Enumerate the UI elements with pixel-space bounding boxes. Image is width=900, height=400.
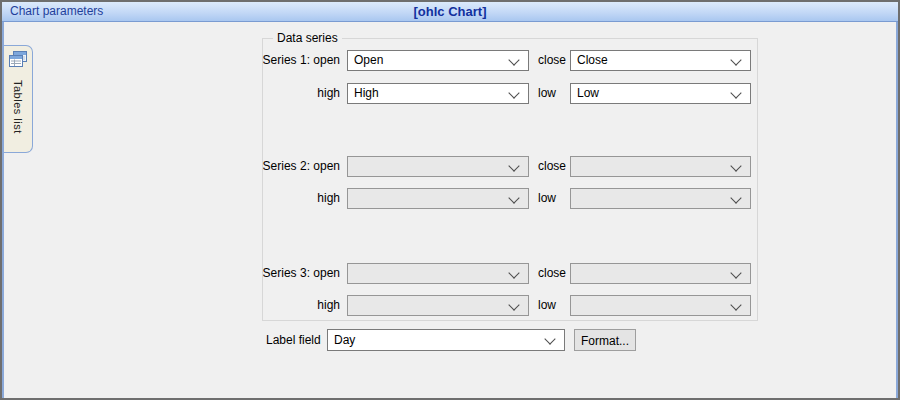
chart-type-title: [ohlc Chart] [2, 2, 898, 21]
sidebar-tab-label: Tables list [12, 80, 24, 134]
title-bar: Chart parameters [ohlc Chart] [2, 2, 898, 22]
chevron-down-icon [508, 160, 519, 171]
series-3-low-select[interactable] [570, 295, 751, 316]
chevron-down-icon [508, 192, 519, 203]
series-1-open-select[interactable]: Open [347, 50, 529, 71]
chevron-down-icon [508, 299, 519, 310]
chevron-down-icon [508, 267, 519, 278]
combo-value [577, 189, 724, 208]
chevron-down-icon [508, 54, 519, 65]
series-3-open-label: Series 3: open [262, 263, 340, 284]
combo-value [354, 264, 502, 283]
combo-value [354, 189, 502, 208]
series-2-low-select[interactable] [570, 188, 751, 209]
series-1-low-select[interactable]: Low [570, 83, 751, 104]
combo-value: Day [334, 330, 538, 350]
chart-parameters-window: Chart parameters [ohlc Chart] Tables lis… [0, 0, 900, 400]
combo-value [577, 157, 724, 176]
combo-value [577, 264, 724, 283]
combo-value: High [354, 84, 502, 103]
combo-value [354, 157, 502, 176]
combo-value: Open [354, 51, 502, 70]
chevron-down-icon [730, 160, 741, 171]
groupbox-label: Data series [273, 31, 342, 45]
series-2-open-label: Series 2: open [262, 156, 340, 177]
series-2-close-label: close [538, 156, 566, 177]
series-3-close-select[interactable] [570, 263, 751, 284]
series-1-low-label: low [538, 83, 556, 104]
combo-value: Low [577, 84, 724, 103]
series-1-close-select[interactable]: Close [570, 50, 751, 71]
chevron-down-icon [730, 54, 741, 65]
series-2-high-label: high [262, 188, 340, 209]
sidebar-tab-tables-list[interactable]: Tables list [4, 45, 33, 153]
chevron-down-icon [730, 299, 741, 310]
chevron-down-icon [730, 87, 741, 98]
tables-icon [9, 51, 27, 72]
series-1-high-select[interactable]: High [347, 83, 529, 104]
chevron-down-icon [730, 192, 741, 203]
chevron-down-icon [730, 267, 741, 278]
series-1-open-label: Series 1: open [262, 50, 340, 71]
series-3-open-select[interactable] [347, 263, 529, 284]
format-button[interactable]: Format... [574, 329, 636, 351]
chevron-down-icon [544, 333, 555, 344]
label-field-select[interactable]: Day [327, 329, 565, 351]
series-3-low-label: low [538, 295, 556, 316]
series-2-high-select[interactable] [347, 188, 529, 209]
series-1-close-label: close [538, 50, 566, 71]
series-1-high-label: high [262, 83, 340, 104]
series-3-close-label: close [538, 263, 566, 284]
series-3-high-select[interactable] [347, 295, 529, 316]
combo-value: Close [577, 51, 724, 70]
series-3-high-label: high [262, 295, 340, 316]
combo-value [577, 296, 724, 315]
label-field-label: Label field [266, 329, 321, 351]
series-2-low-label: low [538, 188, 556, 209]
combo-value [354, 296, 502, 315]
dock-edge-right [896, 22, 898, 398]
series-2-open-select[interactable] [347, 156, 529, 177]
series-2-close-select[interactable] [570, 156, 751, 177]
chevron-down-icon [508, 87, 519, 98]
